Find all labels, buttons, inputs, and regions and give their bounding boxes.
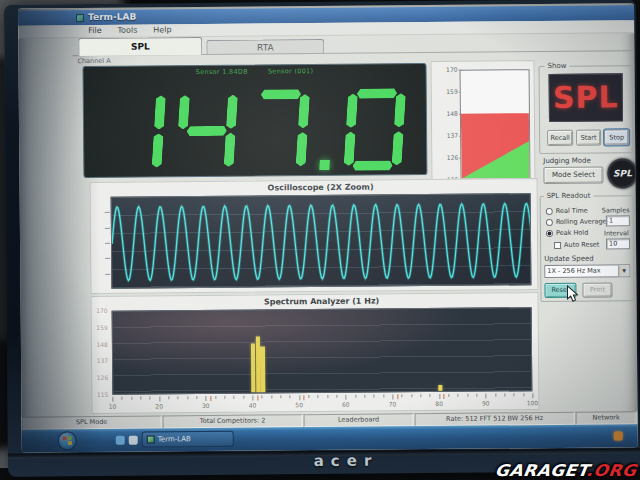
sensor-info-right: Sensor (001): [268, 68, 313, 75]
menu-item-file[interactable]: File: [88, 27, 101, 35]
spl-mode-badge: SPL: [549, 73, 623, 122]
termlab-task-icon: [147, 435, 155, 443]
radio-icon: [546, 219, 553, 226]
segment-digit: [343, 88, 406, 171]
show-groupbox-caption: Show: [544, 63, 569, 70]
recall-button[interactable]: Recall: [547, 130, 573, 146]
update-speed-value: 1X - 256 Hz Max: [545, 268, 618, 275]
meter-tick-label: 148: [446, 111, 458, 117]
print-button[interactable]: Print: [582, 282, 612, 297]
app-icon: [76, 14, 84, 22]
segment-digit: [247, 89, 310, 172]
meter-tick-label: 126: [447, 155, 459, 161]
stop-button[interactable]: Stop: [604, 129, 629, 145]
radio-peak-hold[interactable]: Peak Hold: [546, 230, 588, 237]
update-speed-dropdown[interactable]: 1X - 256 Hz Max ▼: [544, 264, 630, 278]
spectrum-x-axis: 102030405060708090100: [112, 393, 532, 413]
menu-item-help[interactable]: Help: [153, 26, 171, 34]
taskbar-task-termlab[interactable]: Term-LAB: [142, 431, 234, 448]
spectrum-y-label: 126: [97, 375, 109, 381]
status-network: Network: [576, 411, 637, 425]
spectrum-x-label: 30: [202, 403, 210, 409]
spectrum-y-label: 148: [96, 341, 108, 347]
status-leaderboard: Leaderboard: [304, 413, 414, 427]
spectrum-bars: [113, 308, 532, 394]
spectrum-x-label: 90: [482, 401, 490, 407]
samples-label: Samples: [602, 207, 630, 214]
meter-plot: [460, 69, 531, 180]
spectrum-x-label: 100: [527, 400, 539, 406]
spectrum-y-label: 170: [96, 308, 108, 314]
spl-meter: 170159148137126115: [430, 60, 535, 187]
oscilloscope-title: Oscilloscope (2X Zoom): [111, 182, 531, 194]
spectrum-title: Spectrum Analyzer (1 Hz): [112, 296, 532, 308]
checkbox-auto-reset[interactable]: Auto Reset: [554, 242, 599, 249]
interval-field[interactable]: 10: [606, 238, 630, 249]
tray-icon[interactable]: [614, 431, 623, 440]
radio-rolling-average[interactable]: Rolling Average: [546, 219, 607, 227]
spectrum-x-label: 60: [342, 402, 350, 408]
seven-segment-value: [82, 80, 427, 173]
quick-launch-icon-1[interactable]: [116, 436, 125, 445]
meter-tick-label: 137: [447, 133, 459, 139]
spectrum-y-label: 159: [96, 325, 108, 331]
start-button[interactable]: Start: [576, 130, 601, 146]
spectrum-plot: [112, 307, 533, 395]
radio-icon-selected: [546, 230, 553, 237]
update-speed-label: Update Speed: [544, 256, 594, 263]
chevron-down-icon[interactable]: ▼: [618, 265, 629, 276]
start-button[interactable]: [58, 431, 77, 450]
watermark-main: GARAGET: [493, 461, 587, 480]
radio-real-time[interactable]: Real Time: [546, 208, 588, 215]
windows-logo-icon: [62, 436, 72, 446]
mode-select-button[interactable]: Mode Select: [543, 167, 603, 185]
spl-readout-caption: SPL Readout: [544, 193, 594, 200]
spectrum-x-label: 20: [155, 403, 163, 409]
meter-y-axis: 170159148137126115: [432, 70, 459, 180]
samples-field[interactable]: 1: [606, 215, 630, 226]
mouse-cursor: [566, 285, 578, 303]
status-competitors: Total Competitors: 2: [163, 414, 303, 428]
spectrum-panel: Spectrum Analyzer (1 Hz) 170159148137126…: [90, 292, 539, 414]
decimal-point: [319, 160, 330, 170]
segment-digit: [175, 90, 238, 173]
spectrum-x-label: 50: [295, 402, 303, 408]
photo-stage: Term-LAB File Tools Help SPL RTA Channel…: [0, 0, 640, 480]
watermark-suffix: .ORG: [585, 461, 638, 480]
laptop-brand-logo: acer: [314, 454, 379, 470]
spectrum-bar: [438, 385, 443, 391]
display-info: Sensor 1.84DB Sensor (001): [84, 67, 426, 76]
checkbox-icon: [554, 242, 561, 249]
spectrum-y-label: 115: [97, 392, 109, 398]
spectrum-bar: [260, 347, 265, 393]
spectrum-x-label: 70: [389, 401, 397, 407]
judging-mode-label: Judging Mode: [543, 158, 591, 165]
watermark: GARAGET.ORG: [493, 462, 637, 478]
window-title: Term-LAB: [88, 13, 136, 22]
spectrum-x-label: 80: [435, 401, 443, 407]
oscilloscope-panel: Oscilloscope (2X Zoom): [90, 178, 539, 294]
tab-spl[interactable]: SPL: [78, 37, 202, 56]
meter-tick-label: 170: [446, 67, 458, 73]
oscilloscope-plot: [111, 193, 532, 289]
segment-digit: [103, 90, 166, 173]
menu-item-tools[interactable]: Tools: [118, 27, 138, 35]
spl-display: Sensor 1.84DB Sensor (001): [82, 63, 427, 178]
oscilloscope-waveform: [112, 194, 532, 289]
spectrum-y-label: 137: [97, 358, 109, 364]
radio-icon: [546, 208, 553, 215]
laptop-screen: Term-LAB File Tools Help SPL RTA Channel…: [18, 3, 638, 452]
spl-logo: SPL: [607, 158, 637, 188]
spectrum-y-axis: 170159148137126115: [92, 311, 111, 395]
sensor-info-left: Sensor 1.84DB: [196, 69, 248, 76]
laptop: Term-LAB File Tools Help SPL RTA Channel…: [4, 0, 640, 477]
meter-tick-label: 159: [446, 89, 458, 95]
status-mode: SPL Mode: [22, 415, 162, 429]
quick-launch-icon-2[interactable]: [129, 436, 138, 445]
spectrum-x-label: 10: [109, 404, 117, 410]
interval-label: Interval: [604, 230, 629, 237]
channel-label: Channel A: [77, 58, 110, 65]
spectrum-x-label: 40: [249, 403, 257, 409]
